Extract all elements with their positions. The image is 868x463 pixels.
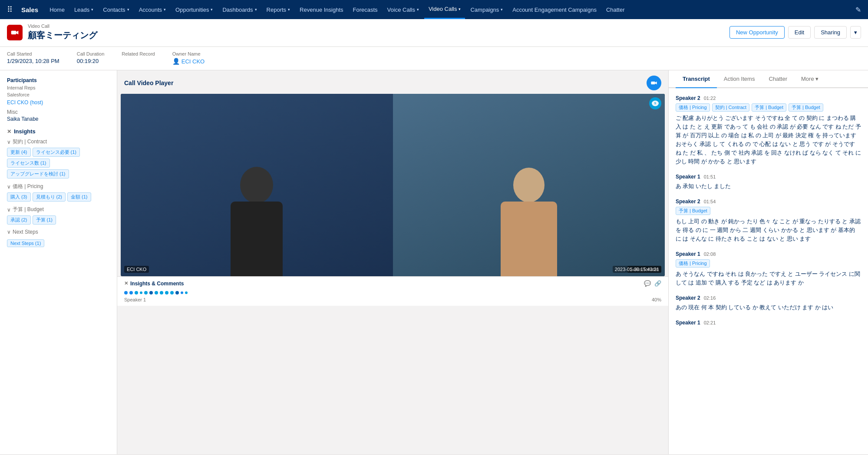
chevron-down-icon: ▾	[288, 7, 290, 12]
transcript-tag-3-0[interactable]: 価格 | Pricing	[676, 259, 710, 268]
pricing-tag-2[interactable]: 金額 (1)	[67, 192, 91, 202]
salesforce-logo: S	[649, 97, 661, 109]
transcript-speaker-line-4: Speaker 2 02:16	[676, 295, 861, 301]
transcript-entry-2: Speaker 2 01:54 予算 | Budget もし 上司 の 動き が…	[676, 198, 861, 243]
participant-1-link[interactable]: ECI CKO (host)	[7, 99, 43, 106]
left-panel: Participants Internal Reps Salesforce EC…	[0, 70, 117, 454]
timeline-dot-4	[144, 291, 148, 294]
nav-item-dashboards[interactable]: Dashboards ▾	[218, 0, 261, 19]
owner-name-link[interactable]: 👤 ECI CKO	[172, 58, 205, 65]
svg-rect-2	[651, 82, 655, 85]
nav-item-forecasts[interactable]: Forecasts	[349, 0, 382, 19]
transcript-speaker-0: Speaker 2	[676, 95, 700, 101]
tab-action-items[interactable]: Action Items	[717, 70, 762, 88]
mass-edit-button[interactable]: ✎ Mass Edit	[49, 460, 89, 463]
nav-item-accounts[interactable]: Accounts ▾	[135, 0, 170, 19]
timeline-dot-10	[175, 291, 179, 294]
tab-transcript[interactable]: Transcript	[676, 70, 717, 88]
video-camera-button[interactable]	[647, 76, 661, 90]
page-header-left: Video Call 顧客ミーティング	[7, 23, 97, 41]
comment-icon[interactable]: 💬	[644, 280, 651, 287]
new-opportunity-button[interactable]: New Opportunity	[729, 26, 785, 39]
avatar-male	[121, 94, 393, 276]
call-duration-label: Call Duration	[77, 51, 105, 56]
timeline-dot-12	[185, 291, 188, 294]
chevron-down-icon: ∨	[7, 229, 11, 235]
actions-dropdown-button[interactable]: ▾	[850, 26, 861, 39]
sharing-button[interactable]: Sharing	[814, 26, 847, 39]
pricing-tag-0[interactable]: 購入 (3)	[7, 192, 31, 202]
transcript-tag-2-0[interactable]: 予算 | Budget	[676, 207, 710, 215]
app-launcher-icon[interactable]: ⠿	[3, 5, 16, 14]
page-header-eyebrow: Video Call	[28, 23, 97, 29]
svg-rect-0	[11, 30, 17, 34]
pricing-tag-1[interactable]: 見積もり (2)	[33, 192, 66, 202]
link-icon[interactable]: 🔗	[654, 280, 661, 287]
timeline-dot-2	[135, 291, 138, 294]
nav-item-chatter[interactable]: Chatter	[602, 0, 629, 19]
next-steps-tag[interactable]: Next Steps (1)	[7, 239, 44, 247]
nav-item-campaigns[interactable]: Campaigns ▾	[466, 0, 507, 19]
contract-tag-2[interactable]: ライセンス数 (1)	[7, 159, 50, 168]
insights-comments-header: ✕ Insights & Comments 💬 🔗	[121, 280, 665, 287]
contract-tags: 更新 (4) ライセンス必要 (1) ライセンス数 (1) アップグレードを検討…	[7, 148, 110, 179]
contract-tag-0[interactable]: 更新 (4)	[7, 148, 31, 157]
insights-x-icon: ✕	[124, 281, 128, 286]
participant-2-name: Saika Tanabe	[7, 116, 110, 122]
budget-group: ∨ 予算 | Budget 承認 (2) 予算 (1)	[7, 206, 110, 225]
timeline-dots	[121, 289, 665, 295]
chevron-down-icon: ▾	[459, 7, 461, 11]
transcript-time-3: 02:08	[704, 251, 716, 257]
transcript-tag-0-0[interactable]: 価格 | Pricing	[676, 103, 710, 112]
tab-more[interactable]: More ▾	[794, 70, 825, 88]
budget-tag-1[interactable]: 予算 (1)	[33, 215, 56, 225]
budget-group-title[interactable]: ∨ 予算 | Budget	[7, 206, 110, 213]
svg-point-6	[513, 168, 545, 202]
transcript-tag-0-1[interactable]: 契約 | Contract	[712, 103, 750, 112]
transcript-entry-3: Speaker 1 02:08 価格 | Pricing あ そうなん ですね …	[676, 251, 861, 287]
chevron-down-icon: ▾	[91, 7, 93, 12]
transcript-speaker-line-5: Speaker 1 02:21	[676, 320, 861, 326]
salesforce-heading: Salesforce	[7, 92, 110, 97]
video-label-left: ECI CKO	[124, 266, 149, 273]
bottom-bar: ↩ Rewind ✎ Mass Edit ☰ To Do List	[0, 454, 868, 463]
call-details: Call Started 1/29/2023, 10:28 PM Call Du…	[0, 47, 868, 70]
call-started-item: Call Started 1/29/2023, 10:28 PM	[7, 51, 59, 65]
edit-button[interactable]: Edit	[788, 26, 811, 39]
transcript-entry-4: Speaker 2 02:16 あの 現在 何 本 契約 している か 教えて …	[676, 295, 861, 312]
svg-rect-5	[231, 202, 283, 276]
transcript-speaker-2: Speaker 2	[676, 198, 700, 205]
page-title: 顧客ミーティング	[28, 30, 97, 41]
video-participant-right	[393, 94, 665, 276]
nav-item-voice-calls[interactable]: Voice Calls ▾	[383, 0, 423, 19]
pricing-group: ∨ 価格 | Pricing 購入 (3) 見積もり (2) 金額 (1)	[7, 183, 110, 202]
right-panel: Transcript Action Items Chatter More ▾ S…	[668, 70, 868, 454]
to-do-list-button[interactable]: ☰ To Do List	[96, 460, 138, 463]
call-started-value: 1/29/2023, 10:28 PM	[7, 58, 59, 64]
transcript-speaker-1: Speaker 1	[676, 174, 700, 180]
nav-edit-icon[interactable]: ✎	[852, 6, 865, 14]
contract-tag-3[interactable]: アップグレードを検討 (1)	[7, 169, 69, 179]
budget-tag-0[interactable]: 承認 (2)	[7, 215, 31, 225]
nav-item-revenue-insights[interactable]: Revenue Insights	[295, 0, 347, 19]
call-started-label: Call Started	[7, 51, 59, 56]
transcript-tag-0-2[interactable]: 予算 | Budget	[752, 103, 786, 112]
transcript-tag-0-3[interactable]: 予算 | Budget	[789, 103, 823, 112]
nav-item-opportunities[interactable]: Opportunities ▾	[171, 0, 217, 19]
nav-item-reports[interactable]: Reports ▾	[262, 0, 295, 19]
contract-group-title[interactable]: ∨ 契約 | Contract	[7, 138, 110, 146]
nav-item-account-engagement[interactable]: Account Engagement Campaigns	[508, 0, 601, 19]
transcript-entry-0: Speaker 2 01:22 価格 | Pricing 契約 | Contra…	[676, 95, 861, 166]
transcript-time-2: 01:54	[704, 199, 716, 204]
center-panel: Call Video Player	[117, 70, 668, 454]
nav-item-leads[interactable]: Leads ▾	[70, 0, 98, 19]
tab-chatter[interactable]: Chatter	[762, 70, 794, 88]
insights-comments-title: ✕ Insights & Comments	[124, 281, 184, 287]
pricing-group-title[interactable]: ∨ 価格 | Pricing	[7, 183, 110, 190]
nav-item-video-calls[interactable]: Video Calls ▾	[424, 0, 465, 19]
rewind-button[interactable]: ↩ Rewind	[7, 460, 42, 463]
nav-item-home[interactable]: Home	[45, 0, 69, 19]
contract-tag-1[interactable]: ライセンス必要 (1)	[33, 148, 80, 157]
nav-item-contacts[interactable]: Contacts ▾	[99, 0, 133, 19]
next-steps-title[interactable]: ∨ Next Steps	[7, 229, 110, 235]
